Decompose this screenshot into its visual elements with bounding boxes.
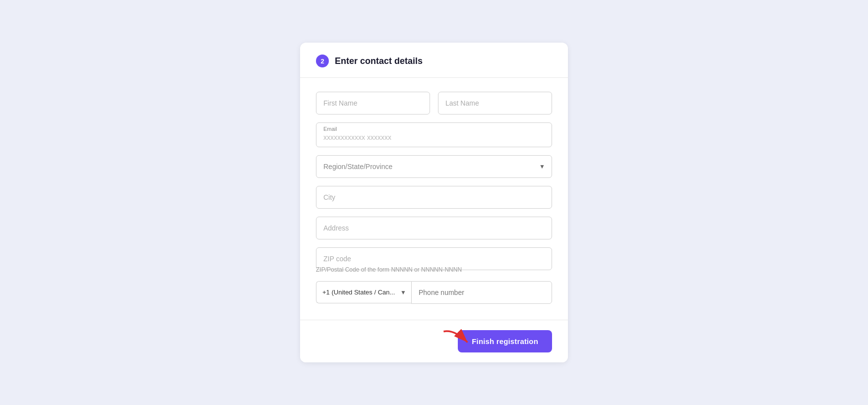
zip-field-group: ZIP/Postal Code of the form NNNNN or NNN… <box>316 247 552 273</box>
phone-row: +1 (United States / Can... ▼ <box>316 281 552 304</box>
form-footer: Finish registration <box>300 320 568 362</box>
form-header: 2 Enter contact details <box>300 43 568 78</box>
last-name-field <box>438 92 552 115</box>
name-row <box>316 92 552 115</box>
form-title: Enter contact details <box>335 56 423 66</box>
address-input[interactable] <box>316 217 552 239</box>
city-input[interactable] <box>316 186 552 209</box>
email-field-wrapper: Email <box>316 122 552 147</box>
email-input[interactable] <box>323 133 545 141</box>
last-name-input[interactable] <box>438 92 552 115</box>
phone-number-input[interactable] <box>411 281 552 304</box>
region-select[interactable]: Region/State/Province <box>316 155 552 178</box>
page-container: 2 Enter contact details Email <box>0 0 868 405</box>
phone-country-select[interactable]: +1 (United States / Can... <box>316 281 411 303</box>
email-label: Email <box>323 126 545 132</box>
arrow-icon <box>441 327 476 351</box>
phone-country-select-wrapper: +1 (United States / Can... ▼ <box>316 281 411 304</box>
form-card: 2 Enter contact details Email <box>300 43 568 362</box>
step-badge: 2 <box>316 55 329 67</box>
first-name-input[interactable] <box>316 92 430 115</box>
form-body: Email Region/State/Province ▼ ZIP/Postal… <box>300 78 568 320</box>
first-name-field <box>316 92 430 115</box>
arrow-indicator <box>441 327 476 353</box>
region-select-wrapper: Region/State/Province ▼ <box>316 155 552 178</box>
